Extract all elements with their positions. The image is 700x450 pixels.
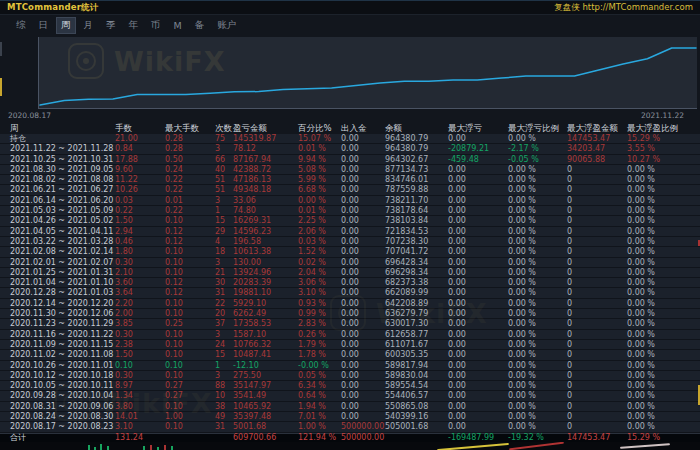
table-cell: 3.80 xyxy=(115,402,165,412)
table-cell: 707041.72 xyxy=(385,247,448,257)
menu-item-M[interactable]: M xyxy=(170,19,186,32)
table-row[interactable]: 2021.10.25 ~ 2021.10.3117.880.506687167.… xyxy=(0,155,700,165)
column-header: 余额 xyxy=(385,123,448,133)
table-cell: 2.83 % xyxy=(298,319,341,329)
table-row[interactable]: 2021.11.22 ~ 2021.11.280.840.28378.120.0… xyxy=(0,144,700,154)
table-cell: 0.00 % xyxy=(627,247,700,257)
column-header: 百分比% xyxy=(298,123,341,133)
table-cell: 0.00 xyxy=(448,258,508,268)
table-row[interactable]: 2020.08.31 ~ 2020.09.063.800.103810465.9… xyxy=(0,402,700,412)
table-cell: 78.12 xyxy=(233,144,298,154)
table-cell: 0 xyxy=(567,247,627,257)
table-row[interactable]: 2020.10.05 ~ 2020.10.118.970.278835147.9… xyxy=(0,381,700,391)
menu-item-季[interactable]: 季 xyxy=(102,18,120,33)
table-cell: 0 xyxy=(567,361,627,371)
table-cell: -0.00 % xyxy=(298,361,341,371)
menu-item-月[interactable]: 月 xyxy=(80,18,98,33)
table-row[interactable]: 2020.08.17 ~ 2020.08.233.100.10315001.68… xyxy=(0,422,700,432)
table-row[interactable]: 2021.01.25 ~ 2021.01.312.100.102113924.9… xyxy=(0,268,700,278)
table-cell: 29 xyxy=(215,227,233,237)
table-cell: 3 xyxy=(215,371,233,381)
table-cell: 0.00 xyxy=(448,422,508,432)
table-cell: 0 xyxy=(567,268,627,278)
table-cell: 0.10 xyxy=(165,371,215,381)
titlebar-brand-url: 复盘侠 http://MTCommander.com xyxy=(554,2,693,14)
table-cell: 0.03 % xyxy=(298,237,341,247)
table-cell: 2020.11.02 ~ 2020.11.08 xyxy=(0,350,115,360)
table-cell: 2.94 xyxy=(115,227,165,237)
table-row[interactable]: 2020.10.12 ~ 2020.10.180.300.103275.500.… xyxy=(0,371,700,381)
table-cell: 0.00 % xyxy=(627,185,700,195)
table-row[interactable]: 2020.12.28 ~ 2021.01.033.640.123119881.1… xyxy=(0,288,700,298)
table-cell: 0.00 xyxy=(341,175,385,185)
table-cell: 10.27 % xyxy=(627,155,700,165)
table-cell: 0.46 xyxy=(115,237,165,247)
menu-item-日[interactable]: 日 xyxy=(35,18,53,33)
menu-item-币[interactable]: 币 xyxy=(147,18,165,33)
table-row[interactable]: 2021.06.14 ~ 2021.06.200.030.01333.060.0… xyxy=(0,196,700,206)
table-row[interactable]: 2021.08.02 ~ 2021.08.0811.220.225147186.… xyxy=(0,175,700,185)
menu-item-备[interactable]: 备 xyxy=(191,18,209,33)
table-cell: 51 xyxy=(215,185,233,195)
table-row[interactable]: 2021.04.05 ~ 2021.04.112.940.122914596.2… xyxy=(0,227,700,237)
table-cell: 0.01 % xyxy=(298,144,341,154)
table-row[interactable]: 2020.12.14 ~ 2020.12.202.200.10225929.10… xyxy=(0,299,700,309)
table-cell: 0.00 % xyxy=(508,299,567,309)
table-row[interactable]: 2020.10.26 ~ 2020.11.010.100.101-12.10-0… xyxy=(0,361,700,371)
table-cell: 0.00 % xyxy=(627,268,700,278)
menu-item-综[interactable]: 综 xyxy=(12,18,30,33)
table-cell: 3.10 xyxy=(115,422,165,432)
table-cell: 21 xyxy=(215,268,233,278)
table-cell: 1.50 xyxy=(115,216,165,226)
table-cell: 87167.94 xyxy=(233,155,298,165)
table-cell: 0.00 % xyxy=(627,227,700,237)
table-row[interactable]: 2020.11.09 ~ 2020.11.152.380.102410766.3… xyxy=(0,340,700,350)
table-cell: 31 xyxy=(215,288,233,298)
table-row[interactable]: 2021.04.26 ~ 2021.05.021.500.101516269.3… xyxy=(0,216,700,226)
table-row[interactable]: 2021.06.21 ~ 2021.06.2710.260.225149348.… xyxy=(0,185,700,195)
table-cell: 0.00 % xyxy=(627,391,700,401)
table-row[interactable]: 2021.01.04 ~ 2021.01.103.600.123020283.3… xyxy=(0,278,700,288)
menu-item-周[interactable]: 周 xyxy=(57,18,75,33)
table-cell: 721834.53 xyxy=(385,227,448,237)
table-row[interactable]: 2021.02.01 ~ 2021.02.070.300.103130.000.… xyxy=(0,258,700,268)
table-cell: 10465.92 xyxy=(233,402,298,412)
table-cell: 3 xyxy=(215,196,233,206)
table-cell: 49 xyxy=(215,412,233,422)
table-cell: 0.00 xyxy=(341,155,385,165)
table-cell: 2020.11.16 ~ 2020.11.22 xyxy=(0,330,115,340)
table-cell: 611071.67 xyxy=(385,340,448,350)
app-title: MTCommander统计 xyxy=(7,2,98,14)
table-row[interactable]: 2021.08.30 ~ 2021.09.059.600.244042388.7… xyxy=(0,165,700,175)
table-cell: 16269.31 xyxy=(233,216,298,226)
table-cell: 6.68 % xyxy=(298,185,341,195)
table-cell: 0.00 % xyxy=(508,412,567,422)
table-row[interactable]: 2020.09.28 ~ 2020.10.041.340.27103541.49… xyxy=(0,391,700,401)
table-cell: 3 xyxy=(215,144,233,154)
table-cell: 0.00 % xyxy=(627,299,700,309)
table-cell: 2020.10.05 ~ 2020.10.11 xyxy=(0,381,115,391)
table-row[interactable]: 2021.05.03 ~ 2021.05.090.220.22174.800.0… xyxy=(0,206,700,216)
table-row[interactable]: 2020.11.16 ~ 2020.11.220.300.1031587.100… xyxy=(0,330,700,340)
table-cell: 0.00 % xyxy=(627,175,700,185)
table-cell: 5.08 % xyxy=(298,165,341,175)
table-row[interactable]: 2021.03.22 ~ 2021.03.280.460.124196.580.… xyxy=(0,237,700,247)
table-row[interactable]: 2020.11.23 ~ 2020.11.293.850.253717358.5… xyxy=(0,319,700,329)
table-row[interactable]: 2020.11.02 ~ 2020.11.081.500.101510487.4… xyxy=(0,350,700,360)
table-cell: 0.30 xyxy=(115,330,165,340)
table-cell: 0.10 xyxy=(165,268,215,278)
table-cell: 2021.05.03 ~ 2021.05.09 xyxy=(0,206,115,216)
table-cell: 0.00 xyxy=(341,371,385,381)
menu-item-年[interactable]: 年 xyxy=(125,18,143,33)
table-cell: 34203.47 xyxy=(567,144,627,154)
table-row[interactable]: 2020.11.30 ~ 2020.12.062.000.10206262.49… xyxy=(0,309,700,319)
table-cell: 0.00 % xyxy=(508,258,567,268)
menu-item-账户[interactable]: 账户 xyxy=(213,18,240,33)
table-cell: 0.00 % xyxy=(508,371,567,381)
table-row[interactable]: 2020.08.24 ~ 2020.08.3014.011.004935397.… xyxy=(0,412,700,422)
table-cell: 0.00 % xyxy=(627,278,700,288)
table-row[interactable]: 持仓21.000.2875145319.8715.07 %0.00964380.… xyxy=(0,134,700,144)
table-cell: 3.64 xyxy=(115,288,165,298)
table-cell: 2020.11.23 ~ 2020.11.29 xyxy=(0,319,115,329)
table-row[interactable]: 2021.02.08 ~ 2021.02.141.800.101810613.3… xyxy=(0,247,700,257)
